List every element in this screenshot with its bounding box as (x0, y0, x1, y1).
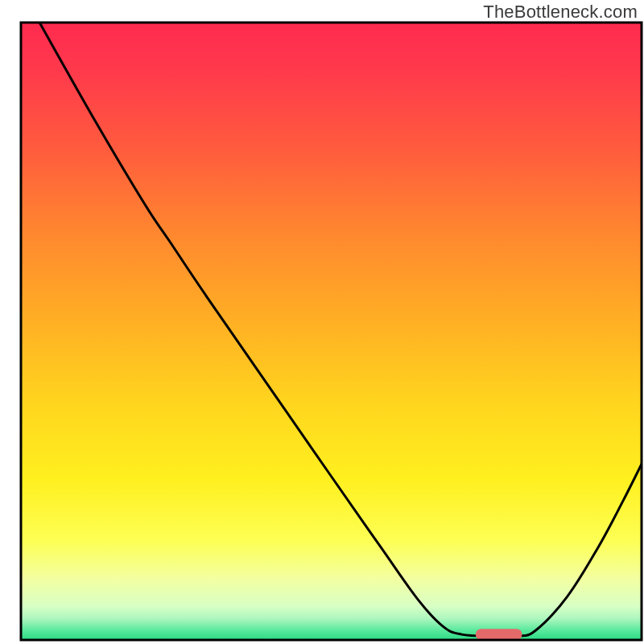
chart-container: TheBottleneck.com (0, 0, 644, 644)
watermark-text: TheBottleneck.com (483, 2, 638, 23)
gradient-background (21, 23, 642, 640)
optimal-marker (476, 629, 522, 640)
bottleneck-chart (0, 0, 644, 644)
